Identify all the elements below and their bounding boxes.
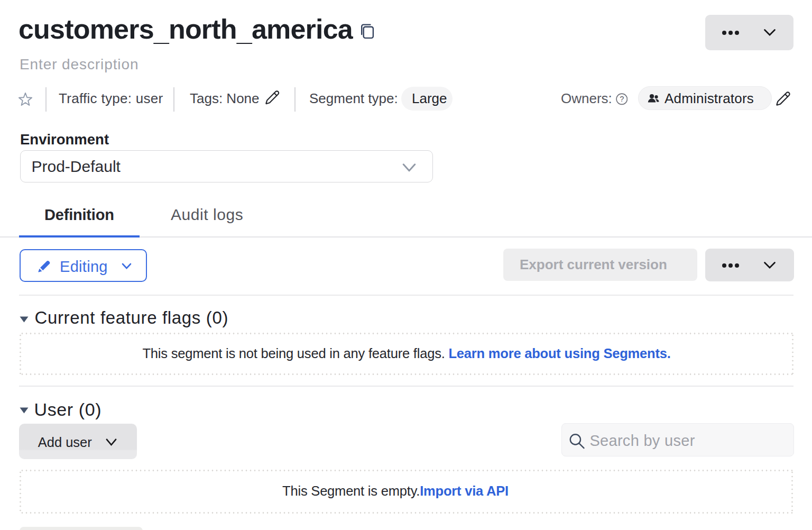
svg-text:?: ?: [620, 95, 624, 103]
